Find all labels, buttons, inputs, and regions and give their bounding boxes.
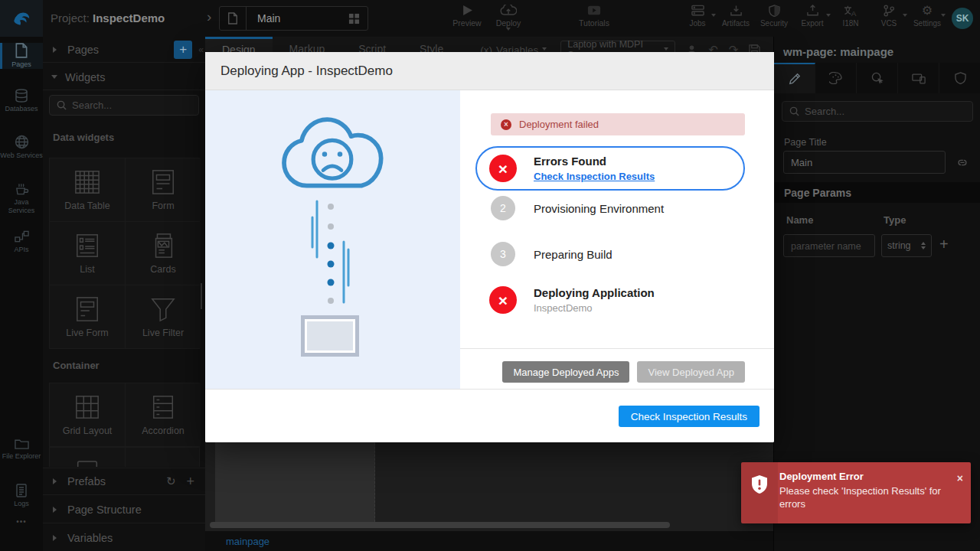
step-number-badge: 2 (491, 196, 515, 220)
add-param-button[interactable]: + (939, 236, 949, 253)
widget-tile-list[interactable]: List (50, 222, 125, 285)
param-type-select[interactable]: string (881, 234, 932, 257)
widgets-section-header[interactable]: Widgets (43, 65, 205, 90)
selected-widget-title: wm-page: mainpage (783, 45, 893, 58)
git-branch-icon (883, 5, 895, 17)
page-file-icon (227, 12, 238, 24)
bind-link-icon[interactable] (956, 157, 969, 168)
deploy-illustration-panel (205, 90, 460, 389)
jobs-button[interactable]: Jobs (680, 5, 715, 28)
tab-inspect[interactable] (857, 63, 898, 93)
palette-icon (829, 72, 842, 84)
settings-button[interactable]: ⚙ Settings (910, 5, 945, 28)
close-icon[interactable]: × (957, 472, 963, 484)
export-button[interactable]: Export (795, 5, 830, 28)
chevron-right-icon: › (207, 8, 211, 25)
check-inspection-results-link[interactable]: Check Inspection Results (534, 171, 655, 182)
widget-search-input[interactable] (72, 99, 187, 111)
manage-deployed-apps-button[interactable]: Manage Deployed Apps (502, 361, 629, 383)
tab-security[interactable] (939, 63, 980, 93)
param-type-column-header: Type (884, 214, 906, 226)
clipped-widget-row (49, 447, 200, 467)
step-provisioning: 2 Provisioning Environment (491, 196, 664, 220)
check-inspection-results-button[interactable]: Check Inspection Results (619, 406, 760, 427)
param-name-input[interactable] (783, 234, 875, 257)
artifacts-button[interactable]: Artifacts (718, 5, 753, 28)
error-circle-icon: × (501, 119, 511, 130)
tab-properties[interactable] (774, 63, 815, 93)
sidebar-item-apis[interactable]: APIs (0, 230, 43, 254)
sidebar-item-logs[interactable]: Logs (0, 484, 43, 508)
widget-tile-live-form[interactable]: Live Form (50, 285, 125, 348)
tab-styles[interactable] (815, 63, 857, 93)
view-deployed-app-button[interactable]: View Deployed App (637, 361, 745, 383)
widget-tile-accordion[interactable]: Accordion (126, 383, 201, 446)
property-search-input[interactable] (805, 106, 920, 117)
widget-tile-data-table[interactable]: Data Table (50, 158, 125, 221)
collapse-panel-icon[interactable]: « (198, 44, 204, 55)
list-icon (74, 233, 101, 259)
sidebar-item-java-services[interactable]: Java Services (0, 182, 43, 215)
sidebar-item-web-services[interactable]: Web Services (0, 135, 43, 160)
preview-button[interactable]: Preview (446, 5, 488, 28)
top-bar: Project: InspectDemo › Main Preview Depl… (0, 0, 980, 37)
refresh-icon[interactable]: ↻ (166, 474, 176, 488)
export-upload-icon (806, 5, 819, 17)
more-options-button[interactable]: ••• (0, 517, 43, 526)
left-rail: Pages Databases Web Services Java Servic… (0, 37, 43, 551)
modal-footer: Check Inspection Results (205, 389, 774, 442)
left-panel: Pages + « Widgets Data widgets Data Tabl… (43, 37, 205, 551)
caret-down-icon (941, 14, 946, 19)
step-deploying-application: × Deploying Application InspectDemo (489, 286, 655, 314)
play-icon (462, 5, 473, 16)
user-avatar[interactable]: SK (952, 8, 973, 29)
add-page-button[interactable]: + (174, 41, 192, 59)
widget-search[interactable] (49, 95, 199, 116)
i18n-button[interactable]: A I18N (833, 5, 868, 28)
top-tools: Jobs Artifacts Security Export A I18N VC… (680, 5, 945, 28)
tutorials-button[interactable]: Tutorials (573, 5, 616, 28)
sidebar-item-pages[interactable]: Pages (0, 43, 43, 69)
prefabs-section-header[interactable]: Prefabs ↻ + (43, 468, 205, 495)
page-params-section[interactable]: Page Params (774, 182, 980, 203)
caret-down-icon (506, 28, 511, 33)
video-tutorials-icon (587, 5, 601, 16)
svg-text:A: A (851, 9, 857, 17)
property-search[interactable] (782, 101, 973, 122)
error-x-icon: × (489, 286, 517, 314)
add-prefab-icon[interactable]: + (186, 474, 194, 490)
toast-message: Please check 'Inspection Results' for er… (779, 485, 942, 510)
inspect-cursor-icon (871, 72, 884, 84)
gear-icon: ⚙ (922, 5, 933, 17)
app-logo[interactable] (0, 0, 43, 37)
sidebar-item-databases[interactable]: Databases (0, 89, 43, 113)
pages-section-header[interactable]: Pages + « (43, 37, 205, 63)
grid-layout-icon (74, 394, 101, 420)
canvas-bottom-bar: mainpage (205, 531, 773, 551)
page-title-input[interactable] (783, 151, 946, 174)
breadcrumb-page-name[interactable]: mainpage (226, 536, 270, 547)
pencil-icon (789, 73, 801, 85)
pages-icon (15, 43, 28, 58)
page-structure-section-header[interactable]: Page Structure (43, 496, 205, 523)
modal-title: Deploying App - InspectDemo (220, 64, 393, 79)
widget-tile-cards[interactable]: Cards (126, 222, 201, 285)
security-button[interactable]: Security (756, 5, 792, 28)
variables-section-header[interactable]: Variables (43, 524, 205, 551)
panel-drag-handle[interactable] (201, 283, 202, 309)
sidebar-item-file-explorer[interactable]: File Explorer (0, 438, 43, 461)
deploy-progress-rain-icon (304, 197, 358, 312)
deploy-button[interactable]: Deploy (487, 5, 530, 33)
vcs-button[interactable]: VCS (871, 5, 906, 28)
page-tab-main[interactable]: Main (219, 6, 368, 31)
widget-tile-live-filter[interactable]: Live Filter (126, 285, 201, 348)
widget-tile-form[interactable]: Form (126, 158, 201, 221)
widget-tile-grid-layout[interactable]: Grid Layout (50, 383, 125, 446)
wavemaker-logo-icon (11, 8, 31, 28)
properties-tab-bar (774, 63, 980, 93)
tab-devices[interactable] (898, 63, 939, 93)
grid-view-icon[interactable] (348, 13, 360, 24)
deployment-error-toast: Deployment Error Please check 'Inspectio… (741, 462, 971, 523)
horizontal-scrollbar[interactable] (210, 522, 670, 528)
caret-down-icon (903, 14, 907, 19)
